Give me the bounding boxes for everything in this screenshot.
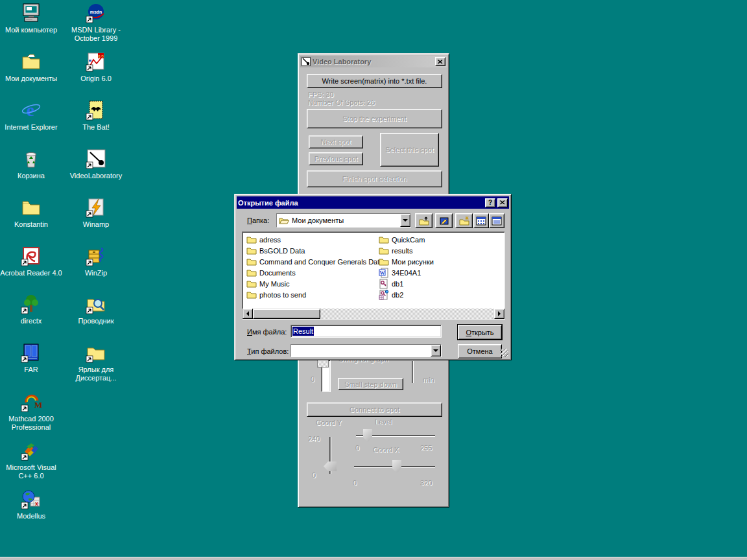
write-matrix-button[interactable]: Write screen(matrix) into *.txt file. xyxy=(307,74,442,88)
select-this-spot-button[interactable]: Select this spot xyxy=(380,133,439,167)
filename-input[interactable]: Result xyxy=(290,325,442,338)
desktop-icon-modellus[interactable]: x Modellus xyxy=(0,489,62,520)
dialog-titlebar[interactable]: Открытие файла ? xyxy=(237,196,509,209)
connect-to-spot-button[interactable]: Connect to spot xyxy=(307,402,442,417)
close-icon xyxy=(500,200,505,205)
visual-cpp-icon xyxy=(21,440,42,461)
desktop-button[interactable] xyxy=(435,213,453,228)
up-one-level-icon xyxy=(419,216,429,226)
close-button[interactable] xyxy=(435,57,445,66)
desktop-icon-label: Acrobat Reader 4.0 xyxy=(0,269,62,277)
details-view-button[interactable] xyxy=(489,213,504,228)
file-item[interactable]: Documents xyxy=(246,268,296,278)
folder-icon xyxy=(379,246,389,256)
cancel-button[interactable]: Отмена xyxy=(458,344,502,358)
file-list[interactable]: adress BsGOLD Data Command and Conquer G… xyxy=(242,231,505,320)
desktop-icon-mathcad[interactable]: M Mathcad 2000 Professional xyxy=(0,391,62,432)
folder-icon xyxy=(246,257,257,267)
file-item[interactable]: Мои рисунки xyxy=(379,257,434,267)
folder-icon xyxy=(246,235,257,245)
small-step-down-button[interactable]: Small step down xyxy=(338,378,403,390)
desktop-icon-label: Konstantin xyxy=(14,220,48,229)
desktop-icon-label: Мой компьютер xyxy=(5,26,57,34)
word-document-icon: W xyxy=(379,268,389,278)
desktop-icon-directx[interactable]: directx xyxy=(0,294,62,325)
stop-experiment-button[interactable]: Stop the experiment xyxy=(307,109,442,128)
file-item[interactable]: photos to send xyxy=(246,290,306,300)
desktop-icon-my-documents[interactable]: Мои документы xyxy=(0,51,62,83)
desktop-icon-winamp[interactable]: Winamp xyxy=(65,197,127,229)
desktop-icon-label: The Bat! xyxy=(82,123,110,132)
dialog-title: Открытие файла xyxy=(238,199,483,207)
file-item[interactable]: db2 xyxy=(379,290,403,300)
desktop-icon-konstantin[interactable]: Konstantin xyxy=(0,197,62,229)
database-table-file-icon xyxy=(379,290,389,300)
create-new-folder-button[interactable] xyxy=(455,213,473,228)
file-item[interactable]: adress xyxy=(246,235,281,245)
desktop-icon-the-bat[interactable]: The Bat! xyxy=(65,100,127,132)
scroll-right-button[interactable] xyxy=(494,309,504,319)
scroll-left-button[interactable] xyxy=(243,309,253,319)
scrollbar-thumb[interactable] xyxy=(253,309,320,319)
help-button[interactable]: ? xyxy=(485,198,495,207)
folder-combobox[interactable]: Мои документы xyxy=(276,213,411,228)
desktop-icon-origin[interactable]: 6.0 Origin 6.0 xyxy=(65,51,127,83)
folder-icon xyxy=(246,290,257,300)
folder-icon xyxy=(379,235,389,245)
coord-x-min-label: 0 xyxy=(353,479,357,487)
file-item[interactable]: Command and Conquer Generals Data xyxy=(246,257,383,267)
window-title: Video Laboratory xyxy=(313,58,433,65)
previous-spot-button[interactable]: Previous spot xyxy=(309,152,363,165)
file-item[interactable]: db1 xyxy=(379,279,403,289)
file-item[interactable]: BsGOLD Data xyxy=(246,246,305,256)
coord-y-slider-thumb[interactable] xyxy=(324,461,337,471)
desktop-icon-label: Origin 6.0 xyxy=(80,75,112,83)
level-slider-thumb[interactable] xyxy=(363,429,372,442)
file-item[interactable]: My Music xyxy=(246,279,289,289)
coord-x-slider-thumb[interactable] xyxy=(392,460,401,473)
level-max-label: 255 xyxy=(420,444,432,452)
next-spot-button[interactable]: Next spot xyxy=(309,135,363,148)
coord-y-label: Coord Y xyxy=(316,419,342,426)
desktop-icon-label: Microsoft Visual C++ 6.0 xyxy=(0,463,62,480)
resize-grip[interactable] xyxy=(500,349,508,357)
open-button[interactable]: Открыть xyxy=(458,325,502,340)
new-folder-icon xyxy=(459,216,469,226)
desktop-icon-far[interactable]: FAR xyxy=(0,342,62,374)
filetype-combobox-arrow[interactable] xyxy=(431,345,441,356)
finish-spot-selection-button[interactable]: Finish spot selection xyxy=(307,170,442,187)
origin-icon: 6.0 xyxy=(86,51,106,72)
taskbar[interactable] xyxy=(0,557,747,560)
video-lab-titlebar[interactable]: Video Laboratory xyxy=(300,56,447,67)
file-item[interactable]: results xyxy=(379,246,412,256)
svg-text:M: M xyxy=(34,400,42,410)
filetype-combobox-value xyxy=(291,345,431,356)
desktop-icon-explorer[interactable]: Проводник xyxy=(65,294,127,325)
list-view-button[interactable] xyxy=(473,213,489,228)
desktop-icon-videolaboratory[interactable]: VideoLaboratory xyxy=(65,148,127,180)
videolaboratory-icon xyxy=(86,148,106,169)
file-item[interactable]: W 34E04A1 xyxy=(379,268,421,278)
desktop-icon-label: Mathcad 2000 Professional xyxy=(0,415,62,432)
coord-y-min-label: 0 xyxy=(312,471,316,479)
desktop-icon-recycle-bin[interactable]: Корзина xyxy=(0,148,62,180)
desktop-icon-msdn[interactable]: msdn MSDN Library - October 1999 xyxy=(65,3,127,43)
directx-icon xyxy=(21,294,42,314)
filetype-combobox[interactable] xyxy=(290,344,442,357)
desktop-icon-internet-explorer[interactable]: e Internet Explorer xyxy=(0,100,62,132)
folder-icon xyxy=(246,268,257,278)
horizontal-scrollbar[interactable] xyxy=(243,309,504,319)
folder-icon xyxy=(21,197,42,218)
desktop-icon-acrobat-reader[interactable]: Acrobat Reader 4.0 xyxy=(0,246,62,277)
close-button[interactable] xyxy=(497,198,508,207)
open-file-dialog: Открытие файла ? Папка: Мои документы xyxy=(234,194,512,360)
up-one-level-button[interactable] xyxy=(415,213,433,228)
file-item[interactable]: QuickCam xyxy=(379,235,425,245)
svg-text:msdn: msdn xyxy=(90,10,102,14)
desktop-icon-dissertation-shortcut[interactable]: Ярлык для Диссертац... xyxy=(65,342,127,382)
desktop-icon-my-computer[interactable]: Мой компьютер xyxy=(0,3,62,34)
desktop-icon-visual-cpp[interactable]: Microsoft Visual C++ 6.0 xyxy=(0,440,62,480)
folder-combobox-arrow[interactable] xyxy=(400,214,410,227)
desktop-icon-winzip[interactable]: WinZip xyxy=(65,246,127,277)
step-slider-thumb[interactable] xyxy=(317,360,329,368)
